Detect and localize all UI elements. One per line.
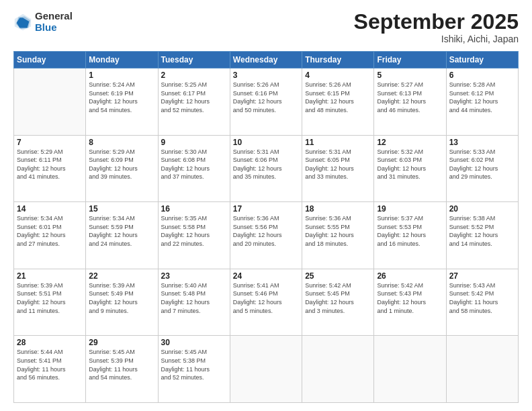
day-number: 28 (17, 338, 83, 347)
day-info: Sunrise: 5:45 AM Sunset: 5:38 PM Dayligh… (161, 348, 227, 381)
calendar: Sunday Monday Tuesday Wednesday Thursday… (13, 51, 519, 403)
day-number: 25 (305, 271, 371, 281)
day-number: 27 (449, 271, 515, 281)
table-row: 7Sunrise: 5:29 AM Sunset: 6:11 PM Daylig… (14, 135, 86, 202)
calendar-week-row: 28Sunrise: 5:44 AM Sunset: 5:41 PM Dayli… (14, 336, 519, 403)
table-row (446, 336, 518, 403)
table-row (14, 68, 86, 136)
day-info: Sunrise: 5:27 AM Sunset: 6:13 PM Dayligh… (377, 81, 443, 114)
table-row: 20Sunrise: 5:38 AM Sunset: 5:52 PM Dayli… (446, 202, 518, 269)
day-info: Sunrise: 5:30 AM Sunset: 6:08 PM Dayligh… (161, 148, 227, 181)
table-row: 6Sunrise: 5:28 AM Sunset: 6:12 PM Daylig… (446, 68, 518, 136)
table-row: 1Sunrise: 5:24 AM Sunset: 6:19 PM Daylig… (86, 68, 158, 136)
table-row (302, 336, 374, 403)
day-info: Sunrise: 5:40 AM Sunset: 5:48 PM Dayligh… (161, 281, 227, 315)
table-row: 16Sunrise: 5:35 AM Sunset: 5:58 PM Dayli… (158, 202, 230, 269)
table-row: 14Sunrise: 5:34 AM Sunset: 6:01 PM Dayli… (14, 202, 86, 269)
table-row: 23Sunrise: 5:40 AM Sunset: 5:48 PM Dayli… (158, 269, 230, 336)
col-sunday: Sunday (14, 52, 86, 68)
table-row: 30Sunrise: 5:45 AM Sunset: 5:38 PM Dayli… (158, 336, 230, 403)
day-info: Sunrise: 5:31 AM Sunset: 6:05 PM Dayligh… (305, 148, 371, 181)
day-number: 22 (89, 271, 154, 281)
day-number: 20 (449, 204, 515, 214)
day-number: 15 (89, 204, 154, 214)
table-row: 18Sunrise: 5:36 AM Sunset: 5:55 PM Dayli… (302, 202, 374, 269)
day-info: Sunrise: 5:29 AM Sunset: 6:11 PM Dayligh… (17, 148, 83, 181)
table-row: 9Sunrise: 5:30 AM Sunset: 6:08 PM Daylig… (158, 135, 230, 202)
table-row: 2Sunrise: 5:25 AM Sunset: 6:17 PM Daylig… (158, 68, 230, 136)
col-wednesday: Wednesday (230, 52, 302, 68)
day-info: Sunrise: 5:37 AM Sunset: 5:53 PM Dayligh… (377, 214, 443, 248)
day-number: 10 (233, 138, 299, 147)
day-number: 8 (89, 138, 154, 147)
table-row: 29Sunrise: 5:45 AM Sunset: 5:39 PM Dayli… (86, 336, 158, 403)
day-info: Sunrise: 5:36 AM Sunset: 5:56 PM Dayligh… (233, 214, 299, 248)
day-info: Sunrise: 5:32 AM Sunset: 6:03 PM Dayligh… (377, 148, 443, 181)
day-info: Sunrise: 5:43 AM Sunset: 5:42 PM Dayligh… (449, 281, 515, 315)
logo-text: General Blue (35, 11, 73, 33)
table-row: 12Sunrise: 5:32 AM Sunset: 6:03 PM Dayli… (374, 135, 446, 202)
day-number: 14 (17, 204, 83, 214)
day-number: 21 (17, 271, 83, 281)
calendar-week-row: 1Sunrise: 5:24 AM Sunset: 6:19 PM Daylig… (14, 68, 519, 136)
day-info: Sunrise: 5:38 AM Sunset: 5:52 PM Dayligh… (449, 214, 515, 248)
logo-icon (13, 13, 32, 32)
day-info: Sunrise: 5:24 AM Sunset: 6:19 PM Dayligh… (89, 81, 154, 114)
col-saturday: Saturday (446, 52, 518, 68)
day-number: 26 (377, 271, 443, 281)
day-info: Sunrise: 5:36 AM Sunset: 5:55 PM Dayligh… (305, 214, 371, 248)
day-number: 29 (89, 338, 154, 347)
calendar-header-row: Sunday Monday Tuesday Wednesday Thursday… (14, 52, 519, 68)
page: General Blue September 2025 Ishiki, Aich… (0, 0, 532, 411)
table-row: 25Sunrise: 5:42 AM Sunset: 5:45 PM Dayli… (302, 269, 374, 336)
table-row: 22Sunrise: 5:39 AM Sunset: 5:49 PM Dayli… (86, 269, 158, 336)
table-row: 8Sunrise: 5:29 AM Sunset: 6:09 PM Daylig… (86, 135, 158, 202)
day-info: Sunrise: 5:45 AM Sunset: 5:39 PM Dayligh… (89, 348, 154, 381)
header: General Blue September 2025 Ishiki, Aich… (13, 11, 519, 44)
table-row: 17Sunrise: 5:36 AM Sunset: 5:56 PM Dayli… (230, 202, 302, 269)
day-info: Sunrise: 5:31 AM Sunset: 6:06 PM Dayligh… (233, 148, 299, 181)
day-info: Sunrise: 5:28 AM Sunset: 6:12 PM Dayligh… (449, 81, 515, 114)
day-number: 4 (305, 71, 371, 80)
table-row: 27Sunrise: 5:43 AM Sunset: 5:42 PM Dayli… (446, 269, 518, 336)
table-row: 3Sunrise: 5:26 AM Sunset: 6:16 PM Daylig… (230, 68, 302, 136)
col-friday: Friday (374, 52, 446, 68)
day-info: Sunrise: 5:34 AM Sunset: 6:01 PM Dayligh… (17, 214, 83, 248)
day-number: 23 (161, 271, 227, 281)
day-number: 30 (161, 338, 227, 347)
table-row: 26Sunrise: 5:42 AM Sunset: 5:43 PM Dayli… (374, 269, 446, 336)
day-info: Sunrise: 5:42 AM Sunset: 5:45 PM Dayligh… (305, 281, 371, 315)
col-thursday: Thursday (302, 52, 374, 68)
calendar-week-row: 7Sunrise: 5:29 AM Sunset: 6:11 PM Daylig… (14, 135, 519, 202)
table-row: 4Sunrise: 5:26 AM Sunset: 6:15 PM Daylig… (302, 68, 374, 136)
location: Ishiki, Aichi, Japan (354, 34, 519, 44)
day-info: Sunrise: 5:35 AM Sunset: 5:58 PM Dayligh… (161, 214, 227, 248)
day-number: 24 (233, 271, 299, 281)
day-info: Sunrise: 5:42 AM Sunset: 5:43 PM Dayligh… (377, 281, 443, 315)
table-row: 10Sunrise: 5:31 AM Sunset: 6:06 PM Dayli… (230, 135, 302, 202)
day-info: Sunrise: 5:26 AM Sunset: 6:15 PM Dayligh… (305, 81, 371, 114)
calendar-week-row: 21Sunrise: 5:39 AM Sunset: 5:51 PM Dayli… (14, 269, 519, 336)
day-number: 2 (161, 71, 227, 80)
day-info: Sunrise: 5:39 AM Sunset: 5:51 PM Dayligh… (17, 281, 83, 315)
table-row (230, 336, 302, 403)
day-info: Sunrise: 5:29 AM Sunset: 6:09 PM Dayligh… (89, 148, 154, 181)
day-number: 11 (305, 138, 371, 147)
table-row: 15Sunrise: 5:34 AM Sunset: 5:59 PM Dayli… (86, 202, 158, 269)
day-info: Sunrise: 5:33 AM Sunset: 6:02 PM Dayligh… (449, 148, 515, 181)
day-info: Sunrise: 5:39 AM Sunset: 5:49 PM Dayligh… (89, 281, 154, 315)
month-title: September 2025 (354, 11, 519, 32)
title-area: September 2025 Ishiki, Aichi, Japan (354, 11, 519, 44)
table-row: 11Sunrise: 5:31 AM Sunset: 6:05 PM Dayli… (302, 135, 374, 202)
day-info: Sunrise: 5:41 AM Sunset: 5:46 PM Dayligh… (233, 281, 299, 315)
day-number: 17 (233, 204, 299, 214)
calendar-week-row: 14Sunrise: 5:34 AM Sunset: 6:01 PM Dayli… (14, 202, 519, 269)
table-row (374, 336, 446, 403)
table-row: 24Sunrise: 5:41 AM Sunset: 5:46 PM Dayli… (230, 269, 302, 336)
day-number: 5 (377, 71, 443, 80)
day-number: 16 (161, 204, 227, 214)
day-number: 12 (377, 138, 443, 147)
table-row: 21Sunrise: 5:39 AM Sunset: 5:51 PM Dayli… (14, 269, 86, 336)
col-tuesday: Tuesday (158, 52, 230, 68)
day-info: Sunrise: 5:25 AM Sunset: 6:17 PM Dayligh… (161, 81, 227, 114)
